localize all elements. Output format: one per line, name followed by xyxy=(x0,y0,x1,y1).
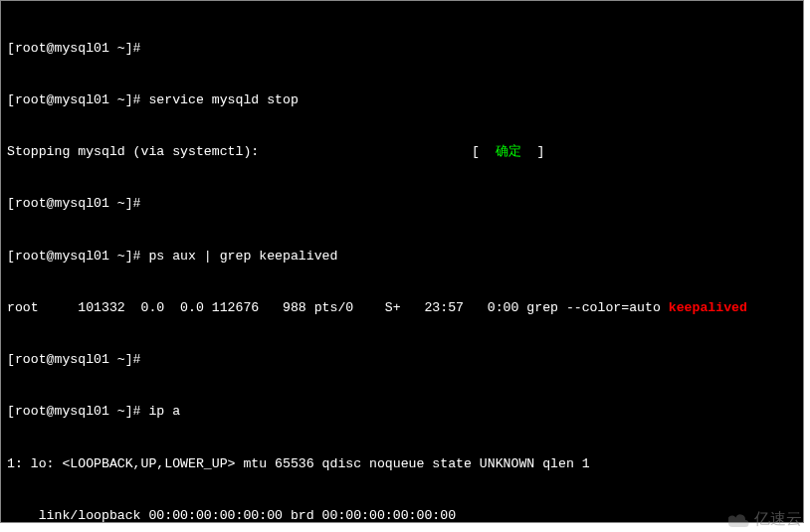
grep-match: keepalived xyxy=(669,300,747,315)
watermark: 亿速云 xyxy=(728,509,802,530)
shell-prompt: [root@mysql01 ~]# xyxy=(7,196,141,211)
command-ip-a: ip a xyxy=(141,404,181,419)
shell-prompt: [root@mysql01 ~]# xyxy=(7,352,141,367)
ps-output: root 101332 0.0 0.0 112676 988 pts/0 S+ … xyxy=(7,300,669,315)
shell-prompt: [root@mysql01 ~]# xyxy=(7,92,141,107)
stop-status-ok: 确定 xyxy=(480,144,537,159)
shell-prompt: [root@mysql01 ~]# xyxy=(7,41,141,56)
shell-prompt: [root@mysql01 ~]# xyxy=(7,404,141,419)
terminal-window[interactable]: [root@mysql01 ~]# [root@mysql01 ~]# serv… xyxy=(0,0,804,523)
ip-output-line: link/loopback 00:00:00:00:00:00 brd 00:0… xyxy=(7,507,797,524)
shell-prompt: [root@mysql01 ~]# xyxy=(7,249,141,264)
stop-output-right: ] xyxy=(536,144,544,159)
command-ps-grep: ps aux | grep keepalived xyxy=(141,249,338,264)
command-service-stop: service mysqld stop xyxy=(141,92,299,107)
cloud-icon xyxy=(728,512,750,528)
watermark-text: 亿速云 xyxy=(754,509,802,530)
stop-output-left: Stopping mysqld (via systemctl): [ xyxy=(7,144,480,159)
ip-output-line: 1: lo: <LOOPBACK,UP,LOWER_UP> mtu 65536 … xyxy=(7,455,797,472)
